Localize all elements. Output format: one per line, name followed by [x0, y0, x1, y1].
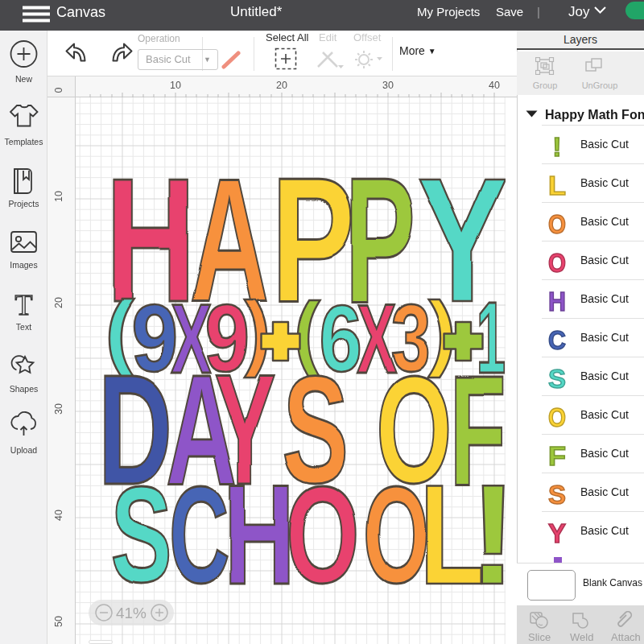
- svg-text:O: O: [548, 247, 566, 278]
- svg-text:Upload: Upload: [10, 445, 37, 455]
- svg-text:Projects: Projects: [9, 199, 39, 208]
- svg-text:10: 10: [170, 80, 181, 91]
- svg-text:20: 20: [276, 80, 287, 91]
- svg-text:!: !: [552, 131, 561, 162]
- svg-text:30: 30: [53, 403, 64, 415]
- svg-text:50: 50: [53, 616, 64, 627]
- svg-text:F: F: [548, 440, 566, 471]
- svg-text:New: New: [15, 74, 32, 84]
- svg-text:O: O: [548, 402, 566, 432]
- svg-text:30: 30: [382, 80, 394, 91]
- svg-text:40: 40: [53, 510, 64, 521]
- svg-text:C: C: [548, 324, 566, 355]
- svg-text:S: S: [548, 479, 566, 510]
- svg-text:O: O: [548, 208, 566, 239]
- svg-text:Y: Y: [548, 518, 566, 548]
- svg-text:T: T: [15, 289, 33, 321]
- svg-text:Images: Images: [10, 260, 37, 270]
- svg-text:10: 10: [53, 191, 64, 202]
- svg-text:L: L: [548, 170, 566, 200]
- svg-text:Templates: Templates: [5, 137, 43, 147]
- svg-text:Shapes: Shapes: [10, 384, 39, 394]
- svg-text:S: S: [548, 363, 566, 394]
- svg-text:Text: Text: [16, 322, 31, 332]
- svg-text:40: 40: [489, 80, 500, 91]
- svg-text:0: 0: [53, 87, 64, 93]
- svg-text:20: 20: [53, 297, 64, 308]
- svg-text:H: H: [548, 286, 566, 316]
